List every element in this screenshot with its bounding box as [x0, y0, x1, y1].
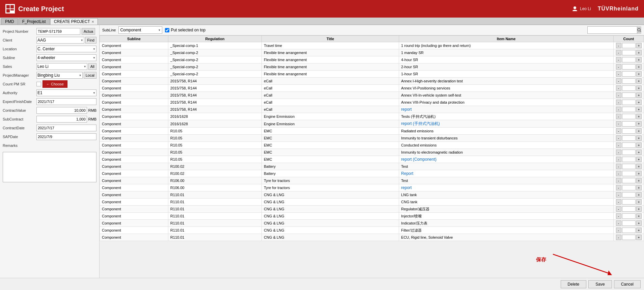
count-input[interactable]	[622, 50, 636, 55]
count-plus-button[interactable]: +	[636, 178, 642, 183]
count-plus-button[interactable]: +	[636, 192, 642, 197]
cell-item-name[interactable]: report	[399, 184, 614, 191]
tab-close-icon[interactable]: ✕	[91, 20, 94, 24]
count-input[interactable]	[622, 213, 636, 219]
remarks-textarea[interactable]	[3, 152, 96, 182]
count-minus-button[interactable]: -	[616, 235, 621, 240]
count-minus-button[interactable]: -	[616, 100, 621, 105]
count-input[interactable]	[622, 220, 636, 226]
find-button[interactable]: Find	[85, 37, 96, 44]
delete-button[interactable]: Delete	[561, 280, 587, 288]
authority-select[interactable]: E1 ▼	[36, 89, 96, 96]
count-input[interactable]	[622, 64, 636, 70]
count-minus-button[interactable]: -	[616, 128, 621, 134]
count-input[interactable]	[622, 121, 636, 127]
subcontract-input[interactable]	[36, 116, 87, 123]
count-input[interactable]	[622, 206, 636, 212]
count-minus-button[interactable]: -	[616, 93, 621, 98]
count-input[interactable]	[622, 85, 636, 91]
count-minus-button[interactable]: -	[616, 185, 621, 190]
count-plus-button[interactable]: +	[636, 220, 642, 226]
count-input[interactable]	[622, 135, 636, 141]
count-input[interactable]	[622, 114, 636, 119]
count-plus-button[interactable]: +	[636, 142, 642, 148]
count-minus-button[interactable]: -	[616, 171, 621, 176]
project-number-input[interactable]	[36, 28, 80, 35]
choose-button[interactable]: ← Choose	[43, 80, 67, 88]
cell-item-name[interactable]: report (手持式汽油机)	[399, 120, 614, 128]
tab-createproject[interactable]: CREATE PROJECT ✕	[50, 18, 98, 25]
count-minus-button[interactable]: -	[616, 43, 621, 48]
count-plus-button[interactable]: +	[636, 93, 642, 98]
count-minus-button[interactable]: -	[616, 107, 621, 112]
count-input[interactable]	[622, 199, 636, 205]
count-plus-button[interactable]: +	[636, 57, 642, 62]
count-plus-button[interactable]: +	[636, 114, 642, 119]
count-input[interactable]	[622, 235, 636, 240]
count-minus-button[interactable]: -	[616, 220, 621, 226]
client-select[interactable]: AAG ▼	[36, 37, 84, 44]
count-input[interactable]	[622, 78, 636, 84]
search-input[interactable]	[588, 27, 637, 33]
count-minus-button[interactable]: -	[616, 178, 621, 183]
contract-value-input[interactable]	[36, 107, 87, 114]
count-minus-button[interactable]: -	[616, 114, 621, 119]
count-input[interactable]	[622, 128, 636, 134]
count-minus-button[interactable]: -	[616, 213, 621, 219]
count-plus-button[interactable]: +	[636, 50, 642, 55]
cell-item-name[interactable]: Report	[399, 170, 614, 177]
expect-finish-input[interactable]	[36, 98, 96, 105]
count-input[interactable]	[622, 93, 636, 98]
count-plus-button[interactable]: +	[636, 157, 642, 162]
actua-button[interactable]: Actua	[82, 28, 95, 35]
count-minus-button[interactable]: -	[616, 64, 621, 70]
count-pm-checkbox[interactable]	[36, 82, 41, 86]
count-minus-button[interactable]: -	[616, 199, 621, 205]
count-minus-button[interactable]: -	[616, 85, 621, 91]
count-minus-button[interactable]: -	[616, 57, 621, 62]
count-plus-button[interactable]: +	[636, 43, 642, 48]
count-minus-button[interactable]: -	[616, 150, 621, 155]
count-plus-button[interactable]: +	[636, 78, 642, 84]
count-input[interactable]	[622, 164, 636, 169]
count-minus-button[interactable]: -	[616, 135, 621, 141]
count-minus-button[interactable]: -	[616, 78, 621, 84]
count-plus-button[interactable]: +	[636, 107, 642, 112]
count-plus-button[interactable]: +	[636, 128, 642, 134]
count-plus-button[interactable]: +	[636, 199, 642, 205]
count-plus-button[interactable]: +	[636, 185, 642, 190]
count-minus-button[interactable]: -	[616, 121, 621, 127]
count-input[interactable]	[622, 178, 636, 183]
tab-fprojectlist[interactable]: F_ProjectList	[19, 18, 50, 25]
count-input[interactable]	[622, 57, 636, 62]
count-input[interactable]	[622, 171, 636, 176]
contract-date-input[interactable]	[36, 125, 96, 131]
count-input[interactable]	[622, 157, 636, 162]
count-input[interactable]	[622, 150, 636, 155]
subline-toolbar-select[interactable]: Component ▼	[118, 26, 162, 34]
count-minus-button[interactable]: -	[616, 164, 621, 169]
cancel-button[interactable]: Cancel	[614, 280, 641, 288]
count-plus-button[interactable]: +	[636, 228, 642, 233]
cell-item-name[interactable]: report (Component)	[399, 156, 614, 163]
count-plus-button[interactable]: +	[636, 235, 642, 240]
count-plus-button[interactable]: +	[636, 121, 642, 127]
subline-form-select[interactable]: 4-wheeler ▼	[36, 54, 96, 61]
count-plus-button[interactable]: +	[636, 100, 642, 105]
location-select[interactable]: C. Center ▼	[36, 46, 96, 52]
save-button[interactable]: Save	[588, 280, 612, 288]
count-plus-button[interactable]: +	[636, 206, 642, 212]
count-minus-button[interactable]: -	[616, 228, 621, 233]
count-plus-button[interactable]: +	[636, 135, 642, 141]
count-minus-button[interactable]: -	[616, 142, 621, 148]
put-on-top-checkbox[interactable]	[165, 28, 169, 32]
sales-select[interactable]: Leo Li ▼	[36, 63, 87, 70]
count-minus-button[interactable]: -	[616, 71, 621, 77]
count-input[interactable]	[622, 71, 636, 77]
count-minus-button[interactable]: -	[616, 192, 621, 197]
count-plus-button[interactable]: +	[636, 150, 642, 155]
count-input[interactable]	[622, 185, 636, 190]
count-plus-button[interactable]: +	[636, 85, 642, 91]
count-plus-button[interactable]: +	[636, 164, 642, 169]
pm-select[interactable]: Bingbing Liu ▼	[36, 72, 83, 79]
